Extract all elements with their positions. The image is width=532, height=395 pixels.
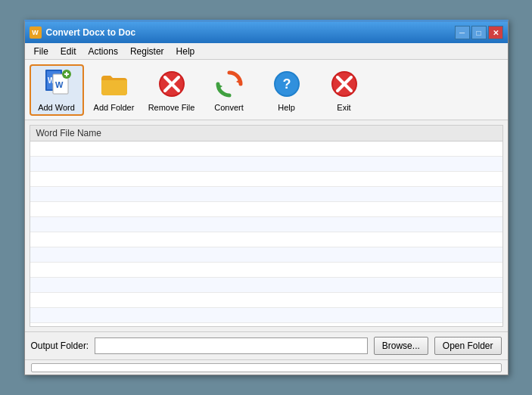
title-controls: ─ □ ✕ (455, 26, 503, 39)
file-list-rows (30, 142, 502, 327)
add-word-button[interactable]: W W Add Word (30, 64, 84, 116)
add-folder-label: Add Folder (94, 103, 135, 112)
browse-button[interactable]: Browse... (374, 337, 428, 355)
help-icon: ? (271, 68, 303, 100)
remove-file-label: Remove File (148, 103, 195, 112)
column-header: Word File Name (36, 128, 101, 138)
minimize-button[interactable]: ─ (455, 26, 470, 39)
table-row (30, 323, 502, 327)
close-button[interactable]: ✕ (488, 26, 503, 39)
main-window: W Convert Docx to Doc ─ □ ✕ File Edit Ac… (24, 20, 509, 375)
table-row (30, 202, 502, 217)
convert-button[interactable]: Convert (202, 64, 257, 116)
output-folder-label: Output Folder: (31, 341, 89, 351)
exit-label: Exit (337, 103, 350, 112)
status-bar (25, 359, 508, 375)
add-folder-icon (98, 68, 130, 100)
window-title: Convert Docx to Doc (46, 27, 136, 38)
table-row (30, 278, 502, 293)
add-word-label: Add Word (38, 103, 75, 112)
toolbar: W W Add Word Ad (25, 60, 508, 120)
file-list-header: Word File Name (30, 126, 502, 142)
title-bar-left: W Convert Docx to Doc (30, 26, 136, 39)
remove-file-icon (156, 68, 188, 100)
table-row (30, 217, 502, 232)
convert-icon (213, 68, 245, 100)
menu-register[interactable]: Register (124, 45, 170, 58)
menu-actions[interactable]: Actions (82, 45, 124, 58)
content-area: Word File Name Output Folder: (25, 120, 508, 375)
table-row (30, 172, 502, 187)
output-folder-input[interactable] (95, 337, 368, 354)
table-row (30, 293, 502, 308)
svg-text:?: ? (282, 76, 291, 92)
add-folder-button[interactable]: Add Folder (87, 64, 142, 116)
menubar: File Edit Actions Register Help (25, 43, 508, 60)
table-row (30, 308, 502, 323)
table-row (30, 247, 502, 263)
exit-icon (328, 68, 360, 100)
progress-bar (31, 363, 502, 372)
title-bar: W Convert Docx to Doc ─ □ ✕ (25, 22, 508, 43)
help-button[interactable]: ? Help (260, 64, 314, 116)
menu-help[interactable]: Help (170, 45, 201, 58)
exit-button[interactable]: Exit (317, 64, 372, 116)
help-label: Help (278, 103, 295, 112)
remove-file-button[interactable]: Remove File (145, 64, 199, 116)
app-icon: W (30, 26, 42, 39)
add-word-icon: W W (41, 68, 73, 100)
svg-rect-8 (66, 72, 67, 76)
table-row (30, 157, 502, 172)
convert-label: Convert (214, 103, 244, 112)
menu-file[interactable]: File (28, 45, 54, 58)
svg-text:W: W (55, 80, 64, 89)
menu-edit[interactable]: Edit (54, 45, 82, 58)
table-row (30, 142, 502, 157)
bottom-bar: Output Folder: Browse... Open Folder (25, 331, 508, 359)
open-folder-button[interactable]: Open Folder (434, 337, 502, 355)
table-row (30, 263, 502, 278)
file-list[interactable]: Word File Name (30, 125, 503, 327)
table-row (30, 187, 502, 202)
table-row (30, 232, 502, 247)
maximize-button[interactable]: □ (471, 26, 487, 39)
